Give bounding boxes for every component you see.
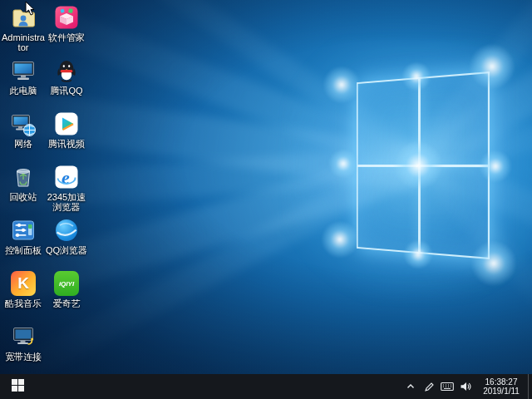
desktop-icon-label: QQ浏览器	[46, 245, 87, 255]
chevron-up-icon[interactable]	[401, 374, 420, 399]
clock-date: 2019/1/11	[477, 387, 525, 396]
qq-penguin-icon	[53, 57, 80, 84]
system-tray: 16:38:27 2019/1/11	[401, 374, 532, 399]
desktop-icon-iqiyi[interactable]: iQIYI 爱奇艺	[45, 268, 88, 321]
desktop-icon-grid: Administrator 此电脑	[2, 2, 88, 374]
desktop-icon-tencent-video[interactable]: 腾讯视频	[45, 108, 88, 161]
blue-globe-swirl-icon	[53, 217, 80, 244]
volume-icon[interactable]	[456, 374, 475, 399]
iqiyi-green-tile-icon: iQIYI	[53, 270, 80, 297]
touch-keyboard-icon[interactable]	[438, 374, 456, 399]
desktop-icon-broadband[interactable]: 宽带连接	[2, 321, 45, 374]
desktop-icon-label: Administrator	[2, 32, 45, 52]
svg-text:e: e	[62, 167, 70, 188]
desktop-icon-recycle-bin[interactable]: 回收站	[2, 161, 45, 214]
software-box-icon	[53, 4, 80, 31]
desktop-icon-label: 爱奇艺	[53, 298, 81, 308]
clock-time: 16:38:27	[477, 377, 525, 387]
iqiyi-wordmark: iQIYI	[54, 271, 79, 296]
ink-pen-icon[interactable]	[420, 374, 438, 399]
desktop-icon-label: 回收站	[10, 192, 37, 202]
desktop-icon-this-pc[interactable]: 此电脑	[2, 55, 45, 108]
play-triangle-icon	[53, 111, 80, 137]
desktop-icon-label: 软件管家	[48, 32, 85, 42]
network-globe-icon	[10, 111, 37, 137]
desktop-icon-label: 宽带连接	[5, 352, 42, 362]
desktop-icon-label: 酷我音乐	[5, 298, 42, 308]
desktop-icon-tencent-qq[interactable]: 腾讯QQ	[45, 55, 88, 108]
windows-logo-icon	[12, 379, 24, 395]
desktop-icon-kuwo-music[interactable]: K 酷我音乐	[2, 268, 45, 321]
blue-e-browser-icon: e	[53, 164, 80, 190]
desktop-icon-network[interactable]: 网络	[2, 108, 45, 161]
desktop-icon-control-panel[interactable]: 控制面板	[2, 214, 45, 268]
desktop-icon-label: 控制面板	[5, 245, 42, 255]
desktop-icon-2345-browser[interactable]: e 2345加速浏览器	[45, 161, 88, 214]
recycle-bin-icon	[10, 164, 37, 190]
computer-monitor-icon	[10, 57, 37, 84]
mouse-cursor	[25, 1, 35, 19]
desktop-icon-label: 网络	[14, 139, 32, 149]
start-button[interactable]	[0, 374, 35, 399]
desktop-icon-label: 此电脑	[10, 86, 37, 96]
taskbar[interactable]: 16:38:27 2019/1/11	[0, 374, 532, 399]
kuwo-k-glyph: K	[11, 271, 36, 296]
desktop-icon-qq-browser[interactable]: QQ浏览器	[45, 214, 88, 268]
desktop-icon-software-manager[interactable]: 软件管家	[45, 2, 88, 55]
desktop-icon-label: 2345加速浏览器	[45, 192, 88, 212]
desktop-background[interactable]: Administrator 此电脑	[0, 0, 532, 374]
screen: Administrator 此电脑	[0, 0, 532, 399]
broadband-monitor-icon	[10, 323, 37, 350]
show-desktop-button[interactable]	[528, 374, 532, 399]
desktop-icon-label: 腾讯QQ	[50, 86, 82, 96]
desktop-icon-administrator[interactable]: Administrator	[2, 2, 45, 55]
control-panel-icon	[10, 217, 37, 244]
taskbar-clock[interactable]: 16:38:27 2019/1/11	[475, 377, 528, 396]
kuwo-k-icon: K	[10, 270, 37, 297]
desktop-icon-label: 腾讯视频	[48, 139, 85, 149]
